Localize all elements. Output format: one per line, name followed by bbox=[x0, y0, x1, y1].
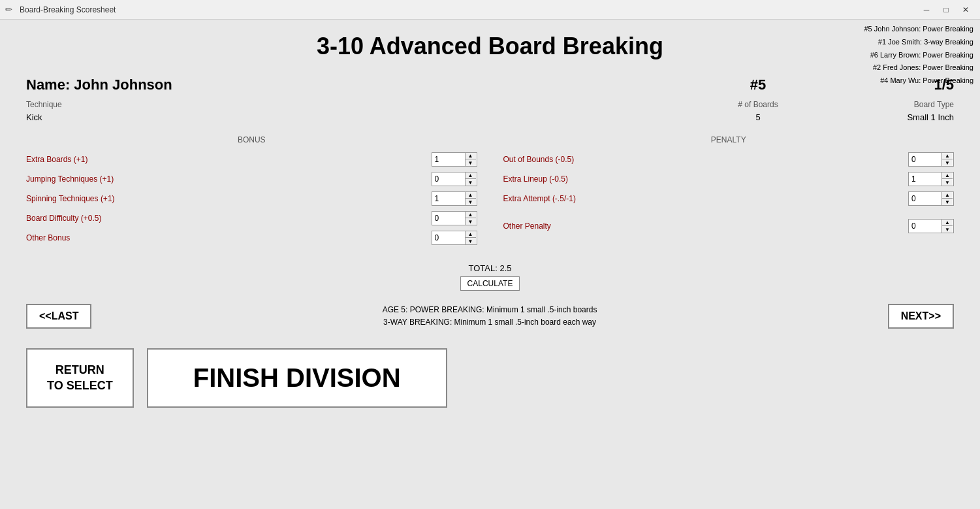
bonus-spin-up-0[interactable]: ▲ bbox=[466, 153, 476, 159]
penalty-header: PENALTY bbox=[503, 135, 955, 144]
title-bar: ✏ Board-Breaking Scoresheet ─ □ ✕ bbox=[0, 0, 980, 20]
penalty-input-2[interactable] bbox=[909, 193, 941, 205]
bonus-spin-up-1[interactable]: ▲ bbox=[466, 172, 476, 179]
bonus-spinners-2: ▲ ▼ bbox=[465, 192, 476, 205]
penalty-spin-up-3[interactable]: ▲ bbox=[942, 220, 953, 226]
bonus-input-container-0: ▲ ▼ bbox=[432, 152, 477, 167]
bonus-input-0[interactable] bbox=[432, 154, 465, 165]
bonus-input-container-3: ▲ ▼ bbox=[432, 211, 477, 225]
penalty-spinners-2: ▲ ▼ bbox=[941, 192, 953, 205]
bonus-spin-down-1[interactable]: ▼ bbox=[466, 179, 476, 186]
bonus-label-2: Spinning Techniques (+1) bbox=[26, 194, 432, 203]
values-row: Kick 5 Small 1 Inch bbox=[26, 112, 954, 122]
bonus-input-2[interactable] bbox=[432, 193, 465, 205]
next-button[interactable]: NEXT>> bbox=[888, 304, 954, 329]
close-button[interactable]: ✕ bbox=[956, 3, 975, 16]
penalty-spin-down-3[interactable]: ▼ bbox=[942, 226, 953, 233]
penalty-section: PENALTY Out of Bounds (-0.5) ▲ ▼ Extra L… bbox=[503, 135, 955, 250]
technique-label: Technique bbox=[26, 100, 693, 109]
nav-info-line1: AGE 5: POWER BREAKING: Minimum 1 small .… bbox=[91, 304, 887, 316]
competitor-number: #5 bbox=[693, 76, 823, 93]
nav-row: <<LAST AGE 5: POWER BREAKING: Minimum 1 … bbox=[26, 304, 954, 329]
last-button[interactable]: <<LAST bbox=[26, 304, 91, 329]
penalty-label-0: Out of Bounds (-0.5) bbox=[503, 155, 909, 164]
penalty-label-3: Other Penalty bbox=[503, 222, 909, 231]
bonus-row-3: Board Difficulty (+0.5) ▲ ▼ bbox=[26, 211, 477, 225]
bonus-row-0: Extra Boards (+1) ▲ ▼ bbox=[26, 152, 477, 167]
penalty-input-container-1: ▲ ▼ bbox=[908, 172, 954, 186]
nav-info: AGE 5: POWER BREAKING: Minimum 1 small .… bbox=[91, 304, 887, 329]
penalty-spin-up-0[interactable]: ▲ bbox=[942, 153, 953, 159]
bonus-spin-up-3[interactable]: ▲ bbox=[466, 212, 476, 218]
bonus-spinners-1: ▲ ▼ bbox=[465, 172, 476, 186]
penalty-spin-up-1[interactable]: ▲ bbox=[942, 172, 953, 179]
penalty-spinners-1: ▲ ▼ bbox=[941, 172, 953, 186]
page-title: 3-10 Advanced Board Breaking bbox=[26, 33, 954, 60]
scoring-section: BONUS Extra Boards (+1) ▲ ▼ Jumping Tech… bbox=[26, 135, 954, 250]
boards-value: 5 bbox=[693, 112, 823, 122]
penalty-spin-down-0[interactable]: ▼ bbox=[942, 159, 953, 166]
penalty-input-container-3: ▲ ▼ bbox=[908, 219, 954, 233]
bonus-section: BONUS Extra Boards (+1) ▲ ▼ Jumping Tech… bbox=[26, 135, 477, 250]
bonus-input-4[interactable] bbox=[432, 232, 465, 244]
bonus-header: BONUS bbox=[26, 135, 477, 144]
penalty-input-1[interactable] bbox=[909, 173, 941, 185]
penalty-spin-down-1[interactable]: ▼ bbox=[942, 179, 953, 186]
bonus-input-container-2: ▲ ▼ bbox=[432, 191, 477, 206]
app-icon: ✏ bbox=[5, 5, 16, 15]
bottom-row: RETURNTO SELECT FINISH DIVISION bbox=[26, 348, 954, 408]
title-bar-title: Board-Breaking Scoresheet bbox=[20, 5, 917, 14]
restore-button[interactable]: □ bbox=[937, 3, 955, 16]
penalty-spinners-0: ▲ ▼ bbox=[941, 153, 953, 166]
boardtype-value: Small 1 Inch bbox=[823, 112, 954, 122]
return-to-select-button[interactable]: RETURNTO SELECT bbox=[26, 348, 134, 408]
bonus-spin-down-3[interactable]: ▼ bbox=[466, 218, 476, 225]
bonus-spin-down-4[interactable]: ▼ bbox=[466, 238, 476, 244]
bonus-spin-up-4[interactable]: ▲ bbox=[466, 231, 476, 238]
penalty-input-0[interactable] bbox=[909, 154, 941, 165]
bonus-row-2: Spinning Techniques (+1) ▲ ▼ bbox=[26, 191, 477, 206]
total-text: TOTAL: 2.5 bbox=[26, 263, 954, 273]
bonus-input-container-4: ▲ ▼ bbox=[432, 231, 477, 245]
bonus-label-3: Board Difficulty (+0.5) bbox=[26, 214, 432, 223]
bonus-spin-down-2[interactable]: ▼ bbox=[466, 199, 476, 205]
competitor-fraction: 1/5 bbox=[823, 76, 954, 93]
sub-info-row: Technique # of Boards Board Type bbox=[26, 100, 954, 109]
bonus-label-1: Jumping Techniques (+1) bbox=[26, 174, 432, 184]
finish-division-button[interactable]: FINISH DIVISION bbox=[147, 348, 447, 408]
bonus-spinners-4: ▲ ▼ bbox=[465, 231, 476, 244]
bonus-spinners-3: ▲ ▼ bbox=[465, 212, 476, 225]
competitor-name: Name: John Johnson bbox=[26, 76, 693, 93]
bonus-input-1[interactable] bbox=[432, 173, 465, 185]
info-row: Name: John Johnson #5 1/5 bbox=[26, 76, 954, 93]
penalty-row-0: Out of Bounds (-0.5) ▲ ▼ bbox=[503, 152, 955, 167]
nav-info-line2: 3-WAY BREAKING: Minimum 1 small .5-inch … bbox=[91, 316, 887, 329]
bonus-label-4: Other Bonus bbox=[26, 233, 432, 242]
technique-value: Kick bbox=[26, 112, 693, 122]
bonus-input-3[interactable] bbox=[432, 212, 465, 224]
penalty-row-2: Extra Attempt (-.5/-1) ▲ ▼ bbox=[503, 191, 955, 206]
penalty-label-1: Extra Lineup (-0.5) bbox=[503, 174, 909, 184]
bonus-spinners-0: ▲ ▼ bbox=[465, 153, 476, 166]
penalty-row-3: Other Penalty ▲ ▼ bbox=[503, 219, 955, 233]
minimize-button[interactable]: ─ bbox=[917, 3, 936, 16]
penalty-input-3[interactable] bbox=[909, 220, 941, 232]
bonus-spin-down-0[interactable]: ▼ bbox=[466, 159, 476, 166]
bonus-row-1: Jumping Techniques (+1) ▲ ▼ bbox=[26, 172, 477, 186]
penalty-spin-up-2[interactable]: ▲ bbox=[942, 192, 953, 199]
boards-label: # of Boards bbox=[693, 100, 823, 109]
penalty-spin-down-2[interactable]: ▼ bbox=[942, 199, 953, 205]
main-content: 3-10 Advanced Board Breaking Name: John … bbox=[0, 20, 980, 421]
penalty-spinners-3: ▲ ▼ bbox=[941, 220, 953, 233]
boardtype-label: Board Type bbox=[823, 100, 954, 109]
bonus-input-container-1: ▲ ▼ bbox=[432, 172, 477, 186]
penalty-input-container-2: ▲ ▼ bbox=[908, 191, 954, 206]
bonus-spin-up-2[interactable]: ▲ bbox=[466, 192, 476, 199]
penalty-label-2: Extra Attempt (-.5/-1) bbox=[503, 194, 909, 203]
calculate-button[interactable]: CALCULATE bbox=[460, 276, 520, 291]
total-calculate-section: TOTAL: 2.5 CALCULATE bbox=[26, 263, 954, 291]
bonus-row-4: Other Bonus ▲ ▼ bbox=[26, 231, 477, 245]
title-bar-controls: ─ □ ✕ bbox=[917, 3, 975, 16]
penalty-input-container-0: ▲ ▼ bbox=[908, 152, 954, 167]
bonus-label-0: Extra Boards (+1) bbox=[26, 155, 432, 164]
